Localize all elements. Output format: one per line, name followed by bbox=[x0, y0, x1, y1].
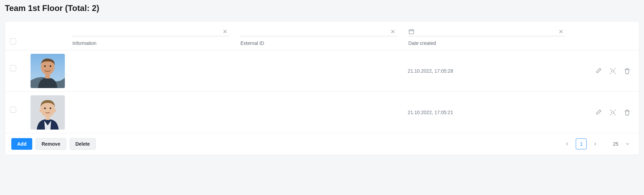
table-row: 21.10.2022, 17:05:28 bbox=[5, 50, 639, 92]
row-checkbox[interactable] bbox=[10, 107, 16, 113]
avatar bbox=[31, 54, 65, 88]
svg-rect-0 bbox=[409, 29, 414, 34]
svg-point-11 bbox=[39, 109, 42, 112]
filter-information-input[interactable] bbox=[72, 26, 230, 36]
cell-date: 21.10.2022, 17:05:21 bbox=[408, 110, 453, 115]
page-title: Team 1st Floor (Total: 2) bbox=[5, 3, 639, 13]
delete-button[interactable]: Delete bbox=[70, 138, 96, 150]
remove-button[interactable]: Remove bbox=[36, 138, 66, 150]
svg-point-12 bbox=[54, 109, 56, 112]
edit-icon[interactable] bbox=[595, 68, 602, 74]
svg-rect-3 bbox=[45, 73, 50, 78]
add-button[interactable]: Add bbox=[11, 138, 32, 150]
select-all-checkbox[interactable] bbox=[10, 38, 16, 45]
avatar bbox=[31, 95, 65, 130]
column-date-label: Date created bbox=[408, 38, 565, 50]
cell-date: 21.10.2022, 17:05:28 bbox=[408, 68, 453, 74]
prev-page-button[interactable] bbox=[562, 139, 572, 149]
next-page-button[interactable] bbox=[590, 139, 600, 149]
column-information-label: Information bbox=[72, 38, 230, 50]
unlink-icon[interactable] bbox=[609, 68, 616, 74]
table-header: Information External ID bbox=[5, 22, 639, 50]
clear-icon[interactable] bbox=[390, 28, 396, 35]
page-number[interactable]: 1 bbox=[576, 138, 587, 149]
page-size-value: 25 bbox=[613, 141, 618, 147]
svg-point-5 bbox=[50, 65, 51, 67]
table-footer: Add Remove Delete 1 25 bbox=[5, 133, 639, 155]
row-checkbox[interactable] bbox=[10, 65, 16, 71]
calendar-icon bbox=[408, 28, 414, 35]
column-external-id-label: External ID bbox=[240, 38, 398, 50]
filter-date-input[interactable] bbox=[408, 26, 565, 36]
pagination: 1 25 bbox=[562, 138, 633, 149]
team-panel: Information External ID bbox=[5, 21, 639, 155]
unlink-icon[interactable] bbox=[609, 109, 616, 116]
svg-rect-8 bbox=[46, 115, 50, 120]
trash-icon[interactable] bbox=[624, 68, 631, 74]
chevron-down-icon bbox=[625, 142, 630, 146]
table-row: 21.10.2022, 17:05:21 bbox=[5, 92, 639, 133]
svg-point-9 bbox=[44, 108, 46, 109]
edit-icon[interactable] bbox=[595, 109, 602, 116]
svg-point-4 bbox=[44, 65, 46, 67]
trash-icon[interactable] bbox=[624, 109, 631, 116]
svg-point-10 bbox=[50, 108, 51, 109]
filter-external-id-input[interactable] bbox=[240, 26, 398, 36]
clear-icon[interactable] bbox=[222, 28, 228, 35]
page-size-select[interactable]: 25 bbox=[610, 140, 633, 148]
clear-icon[interactable] bbox=[558, 28, 564, 35]
